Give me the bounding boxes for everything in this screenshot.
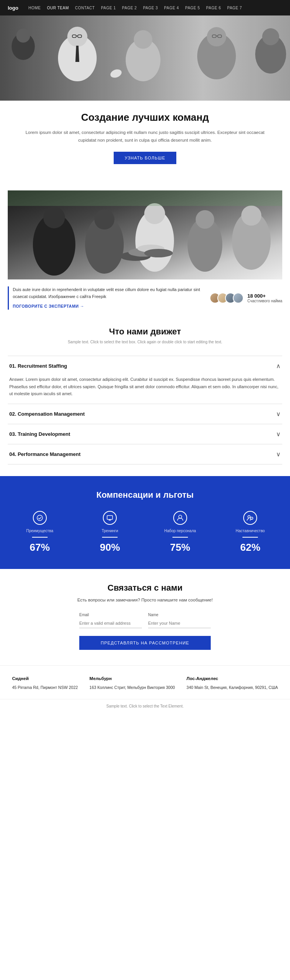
footer-note: Sample text. Click to select the Text El…	[0, 699, 290, 714]
team-stats-row: Duis aute irure dolor in reprehenderit i…	[0, 279, 290, 315]
benefit-divider-2	[102, 537, 118, 538]
email-input[interactable]	[79, 618, 142, 628]
svg-point-24	[94, 209, 114, 230]
contact-section: Связаться с нами Есть вопросы или замеча…	[0, 569, 290, 661]
hire-count: 18 000+	[247, 293, 282, 299]
section-subtitle: Sample text. Click to select the text bo…	[8, 340, 282, 344]
navbar: logo HOME OUR TEAM CONTACT PAGE 1 PAGE 2…	[0, 0, 290, 15]
svg-rect-35	[8, 190, 282, 206]
offices-section: Сидней 45 Pirrama Rd, Пирмонт NSW 2022 М…	[0, 665, 290, 699]
benefit-item-4: Наставничество 62%	[218, 511, 283, 553]
form-row-1: Email Name	[79, 613, 211, 628]
hero-content: Создание лучших команд Lorem ipsum dolor…	[8, 101, 282, 173]
nav-page6[interactable]: PAGE 6	[206, 6, 221, 10]
recruitment-icon	[173, 511, 187, 525]
accordion-item-4: 04. Performance Management ∨	[8, 444, 282, 464]
accordion-header-4[interactable]: 04. Performance Management ∨	[8, 444, 282, 464]
hero-description: Lorem ipsum dolor sit amet, consectetur …	[19, 129, 271, 144]
avatar	[233, 293, 244, 303]
benefits-section: Компенсации и льготы Преимущества 67% Тр…	[0, 476, 290, 569]
office-city-sydney: Сидней	[12, 675, 78, 683]
accordion-item-2: 02. Compensation Management ∨	[8, 404, 282, 424]
accordion-header-1[interactable]: 01. Recruitment Staffing ∧	[8, 356, 282, 376]
accordion-label-2: 02. Compensation Management	[9, 411, 85, 417]
nav-page5[interactable]: PAGE 5	[185, 6, 200, 10]
benefits-grid: Преимущества 67% Тренинги 90% Набор перс…	[8, 511, 282, 553]
team-image	[8, 190, 282, 279]
section-title: Что нами движет	[8, 327, 282, 337]
benefit-divider-4	[242, 537, 258, 538]
experts-link[interactable]: ПОГОВОРИТЕ С ЭКСПЕРТАМИ →	[13, 303, 202, 310]
accordion-label-3: 03. Training Development	[9, 431, 70, 437]
hire-count-block: 18 000+ Счастливого найма	[247, 293, 282, 303]
hero-image	[0, 15, 290, 101]
svg-point-28	[196, 210, 214, 229]
svg-point-41	[248, 516, 250, 518]
advantages-icon	[33, 511, 47, 525]
nav-contact[interactable]: CONTACT	[75, 6, 95, 10]
chevron-down-icon: ∨	[276, 451, 281, 458]
accordion: 01. Recruitment Staffing ∧ Answer. Lorem…	[8, 356, 282, 464]
benefit-divider-3	[172, 537, 188, 538]
contact-title: Связаться с нами	[8, 583, 282, 593]
stats-right-block: 18 000+ Счастливого найма	[210, 293, 282, 303]
office-sydney: Сидней 45 Pirrama Rd, Пирмонт NSW 2022	[12, 675, 78, 691]
office-address-melbourne: 163 Коллинс Стрит, Мельбурн Виктория 300…	[89, 684, 175, 691]
what-drives-section: Что нами движет Sample text. Click to se…	[0, 315, 290, 356]
stats-description: Duis aute irure dolor in reprehenderit i…	[13, 287, 200, 299]
svg-point-26	[144, 203, 165, 224]
nav-our-team[interactable]: OUR TEAM	[47, 6, 69, 10]
benefit-value-4: 62%	[240, 541, 260, 553]
accordion-item-3: 03. Training Development ∨	[8, 424, 282, 444]
office-address-la: 340 Main St, Венеция, Калифорния, 90291,…	[186, 684, 278, 691]
nav-page4[interactable]: PAGE 4	[164, 6, 179, 10]
contact-description: Есть вопросы или замечания? Просто напиш…	[8, 597, 282, 603]
svg-point-36	[37, 515, 43, 521]
nav-home[interactable]: HOME	[28, 6, 41, 10]
nav-page2[interactable]: PAGE 2	[122, 6, 137, 10]
benefit-divider-1	[32, 537, 48, 538]
accordion-header-2[interactable]: 02. Compensation Management ∨	[8, 404, 282, 424]
chevron-down-icon: ∨	[276, 430, 281, 438]
benefit-label-2: Тренинги	[102, 529, 118, 533]
learn-more-button[interactable]: УЗНАТЬ БОЛЬШЕ	[114, 152, 176, 164]
accordion-header-3[interactable]: 03. Training Development ∨	[8, 424, 282, 444]
name-input[interactable]	[148, 618, 211, 628]
submit-button[interactable]: ПРЕДСТАВЛЯТЬ НА РАССМОТРЕНИЕ	[79, 636, 211, 650]
logo: logo	[8, 5, 18, 11]
mentorship-icon	[243, 511, 257, 525]
benefit-label-1: Преимущества	[26, 529, 53, 533]
benefit-value-1: 67%	[30, 541, 50, 553]
stats-text-block: Duis aute irure dolor in reprehenderit i…	[8, 286, 202, 310]
svg-point-40	[179, 515, 182, 518]
hero-title: Создание лучших команд	[19, 111, 271, 123]
hire-label: Счастливого найма	[247, 299, 282, 303]
office-la: Лос-Анджелес 340 Main St, Венеция, Калиф…	[186, 675, 278, 691]
contact-form: Email Name	[79, 613, 211, 628]
benefit-item-3: Набор персонала 75%	[148, 511, 212, 553]
svg-point-30	[241, 206, 261, 226]
office-city-la: Лос-Анджелес	[186, 675, 278, 683]
chevron-down-icon: ∨	[276, 410, 281, 418]
benefit-label-4: Наставничество	[236, 529, 265, 533]
svg-rect-37	[107, 516, 113, 519]
svg-point-34	[144, 249, 173, 257]
office-melbourne: Мельбурн 163 Коллинс Стрит, Мельбурн Вик…	[89, 675, 175, 691]
nav-page1[interactable]: PAGE 1	[101, 6, 116, 10]
accordion-label-1: 01. Recruitment Staffing	[9, 363, 67, 369]
svg-rect-19	[0, 15, 290, 101]
accordion-label-4: 04. Performance Management	[9, 451, 80, 457]
name-group: Name	[148, 613, 211, 628]
chevron-up-icon: ∧	[276, 362, 281, 370]
nav-page3[interactable]: PAGE 3	[143, 6, 158, 10]
svg-point-22	[43, 207, 65, 228]
name-label: Name	[148, 613, 211, 617]
footer-text: Sample text. Click to select the Text El…	[106, 704, 184, 708]
accordion-item-1: 01. Recruitment Staffing ∧ Answer. Lorem…	[8, 356, 282, 404]
benefits-title: Компенсации и льготы	[8, 490, 282, 500]
nav-page7[interactable]: PAGE 7	[227, 6, 242, 10]
benefit-item-2: Тренинги 90%	[78, 511, 142, 553]
office-city-melbourne: Мельбурн	[89, 675, 175, 683]
benefit-value-2: 90%	[100, 541, 120, 553]
benefit-item-1: Преимущества 67%	[8, 511, 72, 553]
